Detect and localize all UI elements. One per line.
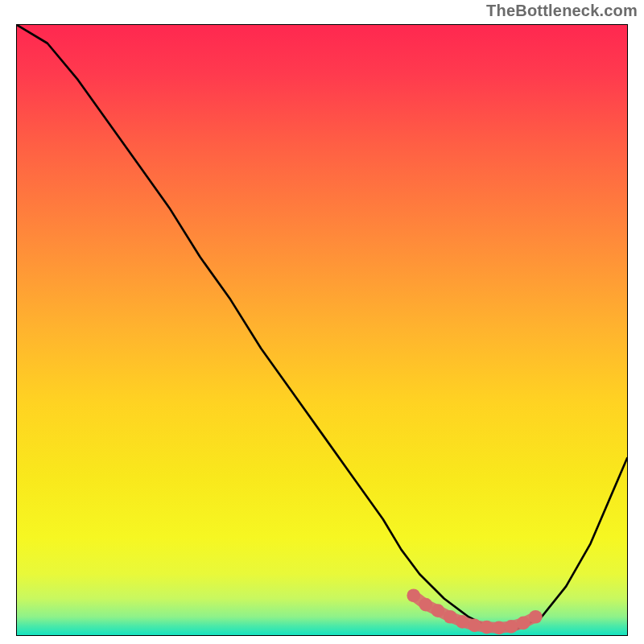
watermark-text: TheBottleneck.com [486, 2, 638, 20]
optimal-marker [480, 621, 493, 634]
optimal-marker [505, 620, 518, 634]
chart-container: TheBottleneck.com [0, 0, 644, 644]
optimal-marker [529, 610, 543, 624]
optimal-marker [468, 619, 481, 633]
plot-lines [17, 25, 627, 635]
optimal-marker [492, 621, 506, 635]
optimal-marker [456, 615, 469, 629]
bottleneck-curve-line [17, 25, 627, 629]
optimal-marker [444, 610, 457, 624]
optimal-marker [431, 604, 445, 617]
optimal-marker [419, 598, 433, 612]
optimal-marker [407, 588, 420, 602]
optimal-markers-group [407, 588, 542, 634]
plot-area [16, 24, 628, 636]
optimal-marker [517, 617, 530, 630]
